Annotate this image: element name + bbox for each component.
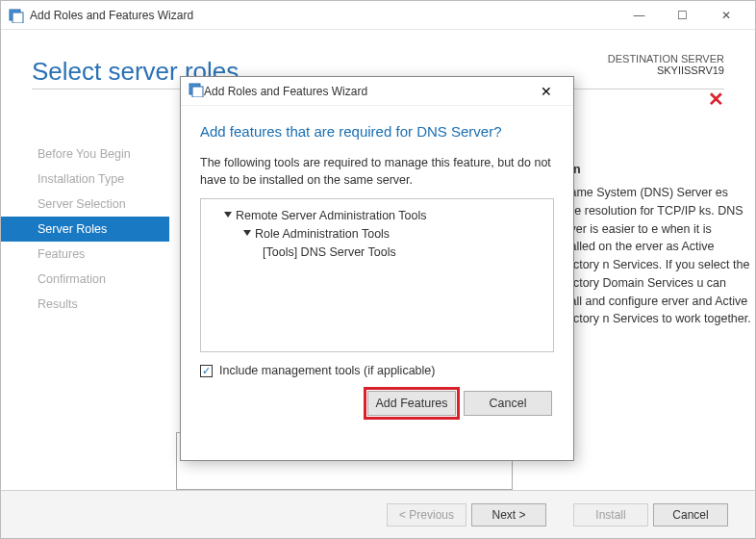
destination-label: DESTINATION SERVER (608, 53, 724, 64)
maximize-button[interactable]: ☐ (661, 1, 704, 30)
dialog-titlebar: Add Roles and Features Wizard ✕ (181, 77, 573, 106)
wizard-footer: < Previous Next > Install Cancel (1, 490, 755, 538)
expand-icon (243, 230, 251, 236)
sidebar-item-label: Results (38, 297, 78, 311)
dialog-paragraph: The following tools are required to mana… (200, 155, 554, 189)
svg-rect-3 (192, 87, 203, 97)
dialog-close-button[interactable]: ✕ (527, 77, 566, 106)
titlebar: Add Roles and Features Wizard — ☐ ✕ (1, 1, 755, 30)
window-title: Add Roles and Features Wizard (30, 9, 617, 22)
features-tree[interactable]: Remote Server Administration Tools Role … (200, 198, 554, 352)
server-manager-icon (9, 8, 24, 23)
description-text: n Name System (DNS) Server es name resol… (551, 184, 753, 328)
description-heading: ption (551, 163, 753, 176)
sidebar-item-label: Features (38, 247, 85, 261)
dialog-cancel-button[interactable]: Cancel (464, 391, 552, 416)
previous-button[interactable]: < Previous (387, 503, 466, 526)
next-button[interactable]: Next > (471, 503, 546, 526)
dialog-body: Add features that are required for DNS S… (181, 106, 573, 425)
server-manager-icon (189, 82, 204, 101)
sidebar-item-results[interactable]: Results (1, 292, 169, 317)
svg-rect-1 (13, 13, 23, 23)
cancel-button[interactable]: Cancel (653, 503, 728, 526)
dialog-buttons: Add Features Cancel (200, 391, 554, 416)
main-window: Add Roles and Features Wizard — ☐ ✕ Sele… (0, 0, 756, 539)
sidebar-item-confirmation[interactable]: Confirmation (1, 267, 169, 292)
sidebar-item-label: Server Selection (38, 197, 126, 211)
include-management-tools-row[interactable]: ✓ Include management tools (if applicabl… (200, 364, 554, 377)
dialog-heading: Add features that are required for DNS S… (200, 123, 554, 140)
tree-node-rsat[interactable]: Remote Server Administration Tools (211, 207, 543, 225)
sidebar-item-label: Before You Begin (38, 147, 131, 161)
description-panel: ption n Name System (DNS) Server es name… (551, 163, 753, 328)
sidebar-item-label: Installation Type (38, 172, 124, 186)
sidebar-item-server-selection[interactable]: Server Selection (1, 192, 169, 217)
destination-server: SKYIISSRV19 (608, 64, 724, 76)
tree-node-dns-tools[interactable]: [Tools] DNS Server Tools (211, 244, 543, 262)
add-features-dialog: Add Roles and Features Wizard ✕ Add feat… (180, 76, 574, 461)
include-management-checkbox[interactable]: ✓ (200, 365, 213, 377)
expand-icon (224, 212, 232, 218)
dialog-title: Add Roles and Features Wizard (204, 85, 527, 98)
minimize-button[interactable]: — (617, 1, 661, 30)
sidebar-item-installation-type[interactable]: Installation Type (1, 167, 169, 192)
sidebar-item-label: Server Roles (38, 222, 107, 236)
tree-node-role-admin[interactable]: Role Administration Tools (211, 225, 543, 244)
destination-info: DESTINATION SERVER SKYIISSRV19 (608, 53, 724, 76)
error-close-icon[interactable]: ✕ (708, 88, 724, 111)
include-management-label: Include management tools (if applicable) (219, 364, 435, 377)
sidebar-item-before-you-begin[interactable]: Before You Begin (1, 141, 169, 167)
window-controls: — ☐ ✕ (617, 1, 747, 30)
install-button[interactable]: Install (573, 503, 648, 526)
sidebar-item-label: Confirmation (38, 272, 106, 286)
sidebar-item-features[interactable]: Features (1, 242, 169, 267)
close-button[interactable]: ✕ (704, 1, 747, 30)
add-features-button[interactable]: Add Features (367, 391, 456, 416)
wizard-sidebar: Before You Begin Installation Type Serve… (1, 136, 169, 490)
sidebar-item-server-roles[interactable]: Server Roles (1, 217, 169, 242)
